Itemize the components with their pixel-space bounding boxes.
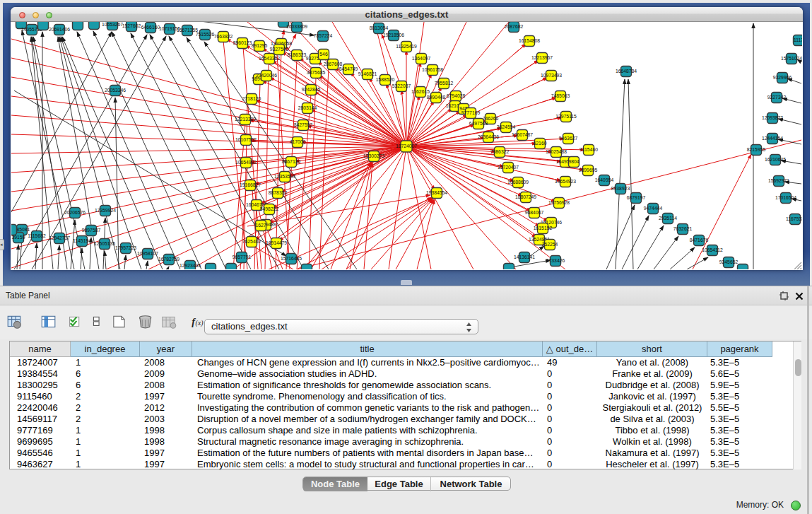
svg-text:10973493: 10973493 <box>541 73 562 78</box>
svg-text:8471676: 8471676 <box>690 238 709 243</box>
svg-text:17359924: 17359924 <box>95 208 116 213</box>
svg-text:7515526: 7515526 <box>196 32 215 37</box>
svg-text:16671355: 16671355 <box>177 28 198 33</box>
svg-text:12444154: 12444154 <box>762 136 783 141</box>
svg-text:1162615: 1162615 <box>411 89 430 94</box>
svg-text:10654112: 10654112 <box>702 247 723 252</box>
svg-text:3624554: 3624554 <box>497 124 516 129</box>
svg-text:62160: 62160 <box>534 141 547 146</box>
svg-text:8454749: 8454749 <box>339 66 358 71</box>
svg-text:20364436: 20364436 <box>478 134 499 139</box>
svg-text:2935114: 2935114 <box>659 216 677 221</box>
svg-text:20206576: 20206576 <box>64 210 86 215</box>
svg-text:2087682: 2087682 <box>505 24 524 29</box>
svg-text:16033809: 16033809 <box>286 24 307 29</box>
svg-text:9657791: 9657791 <box>233 255 252 259</box>
svg-text:1640954: 1640954 <box>595 177 614 182</box>
svg-text:9804: 9804 <box>568 159 579 164</box>
svg-text:746266: 746266 <box>483 116 499 121</box>
svg-text:9684067: 9684067 <box>525 210 544 215</box>
svg-text:9245652: 9245652 <box>719 259 739 264</box>
svg-text:9777169: 9777169 <box>461 110 481 115</box>
svg-text:10653267: 10653267 <box>102 22 123 27</box>
svg-text:1115682: 1115682 <box>28 233 46 238</box>
svg-text:10025488: 10025488 <box>546 149 567 154</box>
svg-text:10107552: 10107552 <box>235 137 257 142</box>
svg-text:6879197: 6879197 <box>627 195 646 200</box>
svg-text:6497568: 6497568 <box>469 121 488 126</box>
svg-text:891295: 891295 <box>252 43 268 48</box>
svg-text:17957223: 17957223 <box>115 245 136 250</box>
svg-text:20053346: 20053346 <box>105 88 126 93</box>
svg-text:12353594: 12353594 <box>274 174 295 179</box>
svg-text:10961758: 10961758 <box>422 67 443 72</box>
svg-text:8186323: 8186323 <box>288 52 307 57</box>
svg-text:12975115: 12975115 <box>555 114 577 119</box>
svg-text:9329966: 9329966 <box>773 75 792 80</box>
svg-text:(x): (x) <box>196 319 204 327</box>
svg-text:2867608: 2867608 <box>324 62 343 66</box>
svg-text:6794028: 6794028 <box>447 93 466 98</box>
svg-text:15751074: 15751074 <box>781 56 802 61</box>
svg-text:6466160: 6466160 <box>141 25 160 30</box>
svg-text:8938923: 8938923 <box>611 186 630 191</box>
svg-text:9897587: 9897587 <box>82 228 101 233</box>
svg-text:19654923: 19654923 <box>555 179 576 184</box>
svg-text:1364097: 1364097 <box>412 56 431 61</box>
svg-text:3875685: 3875685 <box>307 70 326 75</box>
svg-text:8878352: 8878352 <box>269 190 288 195</box>
svg-text:10688609: 10688609 <box>507 180 529 185</box>
svg-text:12213389: 12213389 <box>235 117 256 122</box>
svg-text:1145194: 1145194 <box>73 238 91 243</box>
svg-text:7625402: 7625402 <box>242 239 261 244</box>
svg-text:1167533: 1167533 <box>786 216 802 221</box>
svg-text:12942737: 12942737 <box>49 235 70 240</box>
svg-text:17016504: 17016504 <box>775 195 796 200</box>
svg-text:1117: 1117 <box>794 37 802 42</box>
svg-text:16914479: 16914479 <box>266 240 287 245</box>
svg-text:16543362: 16543362 <box>259 56 280 61</box>
svg-text:12213967: 12213967 <box>531 55 553 60</box>
svg-text:16782759: 16782759 <box>158 257 180 262</box>
svg-text:9115460: 9115460 <box>579 147 598 152</box>
svg-text:16154808: 16154808 <box>519 38 540 43</box>
svg-text:8813054: 8813054 <box>370 25 389 30</box>
svg-text:14136141: 14136141 <box>514 255 535 259</box>
svg-text:9242845: 9242845 <box>302 87 321 92</box>
svg-text:546: 546 <box>319 52 328 57</box>
svg-text:39159: 39159 <box>12 235 25 240</box>
svg-text:8867130: 8867130 <box>282 159 301 164</box>
svg-text:15720407: 15720407 <box>498 165 519 170</box>
svg-text:16648784: 16648784 <box>616 69 637 74</box>
svg-text:7663822: 7663822 <box>214 34 233 39</box>
svg-text:8215955: 8215955 <box>747 147 766 152</box>
svg-text:12505135: 12505135 <box>94 241 115 246</box>
svg-text:9474444: 9474444 <box>644 206 663 211</box>
svg-text:19384554: 19384554 <box>426 190 447 195</box>
svg-text:20691406: 20691406 <box>49 27 70 32</box>
svg-text:9146821: 9146821 <box>358 71 377 76</box>
svg-text:19218506: 19218506 <box>383 33 404 37</box>
svg-text:252254: 252254 <box>542 242 558 247</box>
svg-text:10607487: 10607487 <box>512 132 533 137</box>
svg-text:18724007: 18724007 <box>396 144 417 148</box>
svg-text:10958107: 10958107 <box>137 251 158 256</box>
svg-text:15300273: 15300273 <box>363 153 384 158</box>
svg-text:19756928: 19756928 <box>548 200 570 205</box>
svg-text:23420046: 23420046 <box>256 73 277 78</box>
svg-text:8960123: 8960123 <box>233 40 252 45</box>
svg-text:15716485: 15716485 <box>281 256 302 261</box>
svg-text:9327503: 9327503 <box>270 47 289 52</box>
svg-text:417006: 417006 <box>290 139 306 144</box>
svg-text:1527602: 1527602 <box>122 23 141 28</box>
svg-text:7986322: 7986322 <box>490 149 510 154</box>
svg-text:8427552: 8427552 <box>294 122 313 127</box>
svg-text:9227342: 9227342 <box>767 95 787 100</box>
svg-text:1588520: 1588520 <box>376 77 395 82</box>
svg-text:18807249: 18807249 <box>515 194 536 199</box>
svg-text:2718120: 2718120 <box>242 96 261 101</box>
svg-text:12093872: 12093872 <box>762 115 783 120</box>
svg-text:19166827: 19166827 <box>240 182 261 187</box>
svg-text:2803144: 2803144 <box>298 105 317 110</box>
svg-text:1733426: 1733426 <box>546 258 565 263</box>
